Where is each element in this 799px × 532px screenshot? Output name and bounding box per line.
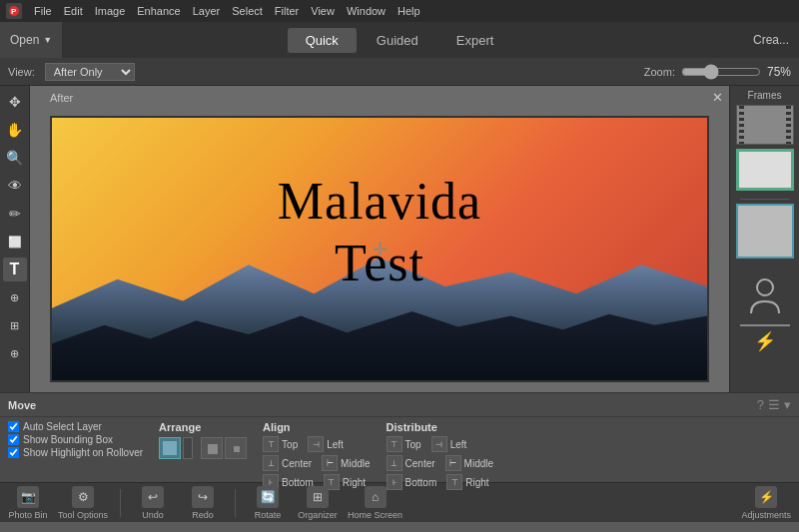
footer-homescreen[interactable]: ⌂ Home Screen xyxy=(348,486,402,520)
tool-eraser[interactable]: ⬜ xyxy=(3,230,27,254)
main-layout: ✥ ✋ 🔍 👁 ✏ ⬜ T ⊕ ⊞ ⊕ After ✕ Malavida Tes… xyxy=(0,86,799,392)
list-icon[interactable]: ☰ xyxy=(768,397,780,412)
view-select[interactable]: After Only xyxy=(45,63,135,81)
svg-text:P: P xyxy=(11,7,17,16)
auto-select-layer-checkbox[interactable] xyxy=(8,421,19,432)
align-group: Align ⊤ Top ⊣ Left ⊥ Center ⊢ Middle xyxy=(263,421,370,490)
footer-photobin[interactable]: 📷 Photo Bin xyxy=(8,486,48,520)
menu-help[interactable]: Help xyxy=(398,5,420,17)
footer-divider-1 xyxy=(120,489,121,517)
menu-view[interactable]: View xyxy=(311,5,335,17)
menu-layer[interactable]: Layer xyxy=(193,5,221,17)
dist-left-btn[interactable]: ⊣ Left xyxy=(431,436,467,452)
move-section-label: Move xyxy=(8,399,48,411)
align-center-btn[interactable]: ⊥ Center xyxy=(263,455,312,471)
show-highlight-item: Show Highlight on Rollover xyxy=(8,447,143,458)
menu-filter[interactable]: Filter xyxy=(275,5,299,17)
svg-point-2 xyxy=(757,279,773,295)
frame-thumbnail-1[interactable] xyxy=(736,105,794,145)
footer-redo[interactable]: ↪ Redo xyxy=(183,486,223,520)
canvas-frame[interactable]: Malavida Test ✛ xyxy=(50,116,709,382)
frames-panel-label: Frames xyxy=(748,90,782,101)
frame-divider xyxy=(740,199,790,200)
help-icons-area: ? ☰ ▾ xyxy=(757,397,791,412)
show-highlight-checkbox[interactable] xyxy=(8,447,19,458)
mode-tabs: Quick Guided Expert xyxy=(288,28,512,53)
menu-enhance[interactable]: Enhance xyxy=(137,5,180,17)
dist-right-btn[interactable]: ⊤ Right xyxy=(446,474,488,490)
left-toolbar: ✥ ✋ 🔍 👁 ✏ ⬜ T ⊕ ⊞ ⊕ xyxy=(0,86,30,392)
menu-image[interactable]: Image xyxy=(95,5,126,17)
right-frames-panel: Frames ⚡ xyxy=(729,86,799,392)
dist-row-2: ⊥ Center ⊢ Middle xyxy=(387,455,493,471)
bottom-controls: Auto Select Layer Show Bounding Box Show… xyxy=(0,417,799,494)
dist-center-label: Center xyxy=(405,458,435,469)
tool-clone[interactable]: ⊕ xyxy=(3,285,27,309)
photobin-label: Photo Bin xyxy=(8,510,47,520)
bottom-top-row: Move ? ☰ ▾ xyxy=(0,393,799,417)
help-icon[interactable]: ? xyxy=(757,397,764,412)
tool-move[interactable]: ✥ xyxy=(3,90,27,114)
align-middle-btn[interactable]: ⊢ Middle xyxy=(322,455,370,471)
adjustments-icon[interactable]: ⚡ xyxy=(754,330,776,352)
tooloptions-label: Tool Options xyxy=(58,510,108,520)
footer-undo[interactable]: ↩ Undo xyxy=(133,486,173,520)
undo-icon: ↩ xyxy=(142,486,164,508)
arrange-boxes xyxy=(159,437,247,459)
dist-middle-btn[interactable]: ⊢ Middle xyxy=(445,455,493,471)
footer-divider-2 xyxy=(235,489,236,517)
tool-zoom[interactable]: 🔍 xyxy=(3,146,27,170)
canvas-area: After ✕ Malavida Test ✛ xyxy=(30,86,729,392)
tab-expert[interactable]: Expert xyxy=(438,28,512,53)
frames-bottom-divider xyxy=(740,324,790,326)
menu-select[interactable]: Select xyxy=(232,5,263,17)
dist-top-btn[interactable]: ⊤ Top xyxy=(387,436,421,452)
arrange-box-3[interactable] xyxy=(201,437,223,459)
person-icon xyxy=(745,275,785,315)
menu-file[interactable]: File xyxy=(34,5,52,17)
menu-bar: P File Edit Image Enhance Layer Select F… xyxy=(0,0,799,22)
menu-edit[interactable]: Edit xyxy=(64,5,83,17)
tool-text[interactable]: T xyxy=(3,258,27,281)
tool-move2[interactable]: ⊕ xyxy=(3,341,27,365)
align-top-label: Top xyxy=(282,439,298,450)
arrange-box-2[interactable] xyxy=(183,437,193,459)
arrange-box-1[interactable] xyxy=(159,437,181,459)
bottom-toolbar: Move ? ☰ ▾ Auto Select Layer Show Boundi… xyxy=(0,392,799,482)
tab-guided[interactable]: Guided xyxy=(359,28,436,53)
align-top-btn[interactable]: ⊤ Top xyxy=(263,436,298,452)
tab-quick[interactable]: Quick xyxy=(288,28,357,53)
footer-rotate[interactable]: 🔄 Rotate xyxy=(248,486,288,520)
dist-center-icon: ⊥ xyxy=(387,455,402,471)
adjustments-footer-icon: ⚡ xyxy=(755,486,777,508)
expand-icon[interactable]: ▾ xyxy=(784,397,791,412)
dist-center-btn[interactable]: ⊥ Center xyxy=(387,455,435,471)
frame-thumbnail-2[interactable] xyxy=(736,149,794,191)
footer-organizer[interactable]: ⊞ Organizer xyxy=(298,486,338,520)
tool-eyedropper[interactable]: 👁 xyxy=(3,174,27,198)
zoom-percentage: 75% xyxy=(767,65,791,79)
tool-brush[interactable]: ✏ xyxy=(3,202,27,226)
undo-label: Undo xyxy=(142,510,164,520)
zoom-slider[interactable] xyxy=(681,64,761,80)
view-bar: View: After Only Zoom: 75% xyxy=(0,58,799,86)
arrange-box-4[interactable] xyxy=(225,437,247,459)
homescreen-label: Home Screen xyxy=(348,510,402,520)
create-button[interactable]: Crea... xyxy=(743,29,799,51)
align-left-label: Left xyxy=(327,439,344,450)
footer-tooloptions[interactable]: ⚙ Tool Options xyxy=(58,486,108,520)
tool-hand[interactable]: ✋ xyxy=(3,118,27,142)
frame-thumbnail-3[interactable] xyxy=(736,204,794,259)
open-button[interactable]: Open ▼ xyxy=(0,22,62,58)
zoom-area: Zoom: 75% xyxy=(644,64,791,80)
footer-adjustments[interactable]: ⚡ Adjustments xyxy=(741,486,791,520)
align-left-btn[interactable]: ⊣ Left xyxy=(308,436,344,452)
arrange-label: Arrange xyxy=(159,421,247,433)
tool-crop[interactable]: ⊞ xyxy=(3,313,27,337)
dist-bottom-label: Bottom xyxy=(405,477,437,488)
menu-window[interactable]: Window xyxy=(347,5,386,17)
show-bounding-box-checkbox[interactable] xyxy=(8,434,19,445)
canvas-close-icon[interactable]: ✕ xyxy=(712,90,723,105)
dist-left-label: Left xyxy=(450,439,467,450)
adjustments-footer-label: Adjustments xyxy=(741,510,791,520)
